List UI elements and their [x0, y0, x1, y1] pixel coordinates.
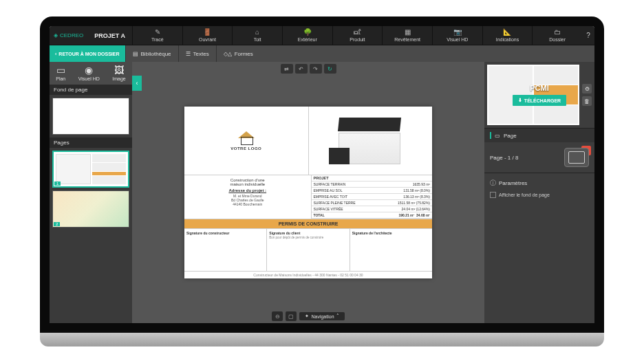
brand-icon: ◈	[54, 32, 58, 38]
library-icon: ▤	[133, 51, 138, 57]
menu-dossier[interactable]: 🗀Dossier	[532, 26, 582, 45]
canvas-top-tools: ⇄ ↶ ↷ ↻	[132, 62, 484, 76]
page-icon: ▭	[495, 133, 500, 139]
page-thumbs: 1 2	[50, 148, 132, 230]
chevron-up-icon: ˄	[336, 314, 339, 319]
laptop-base	[40, 333, 604, 346]
page-number-badge: 1	[54, 182, 61, 186]
brand-text: CEDREO	[60, 32, 83, 38]
dossier-preview: ⚙ 🗑 PCMI ⬇TÉLÉCHARGER	[487, 65, 592, 125]
project-name[interactable]: PROJET A	[87, 32, 132, 39]
tree-icon: 🌳	[283, 28, 332, 36]
bg-thumb-blank[interactable]	[52, 98, 129, 135]
pencil-icon: ✎	[133, 28, 182, 36]
menu-toit[interactable]: ⌂Toit	[232, 26, 282, 45]
text-icon: ☰	[186, 51, 191, 57]
signature-constructeur[interactable]: Signature du constructeur	[184, 229, 267, 271]
collapse-left-button[interactable]: ‹	[132, 76, 142, 91]
signature-client[interactable]: Signature du clientBon pour dépôt de per…	[267, 229, 350, 271]
house-logo-icon	[238, 131, 255, 145]
zoom-fit-button[interactable]: ▢	[286, 311, 297, 321]
ruler-icon: 📐	[483, 28, 533, 36]
shapes-icon: ◇△	[224, 51, 232, 57]
menu-produit[interactable]: 🛋Produit	[332, 26, 383, 45]
screen: ◈ CEDREO PROJET A ✎Tracé 🚪Ouvrant ⌂Toit …	[40, 16, 604, 333]
menu-ouvrant[interactable]: 🚪Ouvrant	[182, 26, 233, 45]
pages-header: Pages	[50, 138, 132, 148]
main-menu: ✎Tracé 🚪Ouvrant ⌂Toit 🌳Extérieur 🛋Produi…	[132, 26, 582, 45]
show-background-checkbox[interactable]: Afficher le fond de page	[490, 192, 589, 198]
document-page[interactable]: VOTRE LOGO Construction d'une maison	[184, 107, 432, 278]
bg-thumbs	[50, 95, 132, 138]
settings-button[interactable]: ⚙	[582, 84, 592, 94]
laptop-frame: ◈ CEDREO PROJET A ✎Tracé 🚪Ouvrant ⌂Toit …	[40, 16, 604, 346]
fond-de-page-header: Fond de page	[50, 85, 132, 95]
canvas-bottom-tools: ⊖ ▢ ✦Navigation˄	[132, 309, 484, 323]
canvas-area: ‹ ⇄ ↶ ↷ ↻ VOTRE LOGO	[132, 62, 484, 323]
roof-icon: ⌂	[233, 28, 282, 36]
menu-trace[interactable]: ✎Tracé	[132, 26, 182, 45]
insert-tools: ▭Plan ◉Visuel HD 🖼Image	[50, 62, 132, 85]
back-to-dossier-button[interactable]: ‹ RETOUR À MON DOSSIER	[50, 45, 125, 62]
undo-button[interactable]: ↶	[295, 64, 308, 74]
menu-indications[interactable]: 📐Indications	[482, 26, 533, 45]
tool-visuelhd[interactable]: ◉Visuel HD	[78, 65, 100, 82]
delete-dossier-button[interactable]: 🗑	[582, 96, 592, 106]
info-icon[interactable]: ⓘ	[490, 179, 496, 188]
project-table-block[interactable]: PROJET SURFACE TERRAIN1635.93 m² EMPRISE…	[312, 175, 433, 219]
refresh-button[interactable]: ↻	[324, 64, 336, 74]
logo-placeholder[interactable]: VOTRE LOGO	[230, 131, 261, 151]
checkbox-icon	[490, 192, 496, 198]
zoom-out-button[interactable]: ⊖	[272, 311, 283, 321]
tool-image[interactable]: 🖼Image	[112, 65, 125, 82]
canvas[interactable]: VOTRE LOGO Construction d'une maison	[132, 76, 484, 309]
page-thumb-2[interactable]: 2	[52, 190, 129, 228]
menu-revetement[interactable]: ▦Revêtement	[382, 26, 432, 45]
parametres-header: ⓘParamètres	[490, 179, 589, 188]
download-icon: ⬇	[518, 98, 522, 103]
door-icon: 🚪	[183, 28, 233, 36]
swap-button[interactable]: ⇄	[281, 64, 293, 74]
right-panel: ⚙ 🗑 PCMI ⬇TÉLÉCHARGER ▭Page Page - 1 / 8…	[484, 62, 594, 323]
page-number-badge: 2	[54, 222, 60, 226]
house-3d-render[interactable]	[329, 113, 411, 168]
page-style-preview[interactable]	[564, 148, 589, 167]
chevron-left-icon: ‹	[55, 52, 56, 56]
parametres-section: ⓘParamètres Afficher le fond de page	[484, 173, 594, 204]
camera-icon: ◉	[78, 65, 100, 76]
left-panel: ▭Plan ◉Visuel HD 🖼Image Fond de page Pag…	[50, 62, 132, 323]
seg-bibliotheque[interactable]: ▤Bibliothèque	[125, 45, 178, 62]
permis-banner[interactable]: PERMIS DE CONSTRUIRE	[184, 219, 432, 229]
top-bar: ◈ CEDREO PROJET A ✎Tracé 🚪Ouvrant ⌂Toit …	[50, 26, 594, 45]
sofa-icon: 🛋	[333, 28, 383, 36]
redo-button[interactable]: ↷	[310, 64, 322, 74]
doc-footer: Constructeur de Maisons Individuelles - …	[184, 271, 432, 278]
project-info-block[interactable]: Construction d'une maison individuelle A…	[184, 175, 312, 219]
tool-plan[interactable]: ▭Plan	[56, 65, 65, 82]
menu-visuelhd[interactable]: 📷Visuel HD	[432, 26, 482, 45]
brand-logo: ◈ CEDREO	[50, 32, 87, 38]
page-indicator: Page - 1 / 8	[490, 155, 559, 161]
main-area: ▭Plan ◉Visuel HD 🖼Image Fond de page Pag…	[50, 62, 594, 323]
page-section-header[interactable]: ▭Page	[484, 129, 594, 142]
image-icon: 🖼	[112, 65, 125, 76]
seg-textes[interactable]: ☰Textes	[178, 45, 216, 62]
camera-icon: 📷	[433, 28, 482, 36]
plan-icon: ▭	[56, 65, 65, 76]
navigation-button[interactable]: ✦Navigation˄	[299, 312, 344, 320]
help-button[interactable]: ?	[582, 32, 594, 39]
compass-icon: ✦	[305, 314, 309, 319]
seg-formes[interactable]: ◇△Formes	[216, 45, 260, 62]
folder-icon: 🗀	[533, 28, 582, 36]
paint-icon: ▦	[383, 28, 432, 36]
app-root: ◈ CEDREO PROJET A ✎Tracé 🚪Ouvrant ⌂Toit …	[50, 26, 594, 323]
download-button[interactable]: ⬇TÉLÉCHARGER	[513, 95, 566, 106]
menu-exterieur[interactable]: 🌳Extérieur	[282, 26, 332, 45]
signature-architecte[interactable]: Signature de l'architecte	[350, 229, 432, 271]
page-thumb-1[interactable]: 1	[52, 151, 129, 188]
page-section: ▭Page Page - 1 / 8 🗑	[484, 128, 594, 173]
secondary-bar: ‹ RETOUR À MON DOSSIER ▤Bibliothèque ☰Te…	[50, 45, 594, 62]
